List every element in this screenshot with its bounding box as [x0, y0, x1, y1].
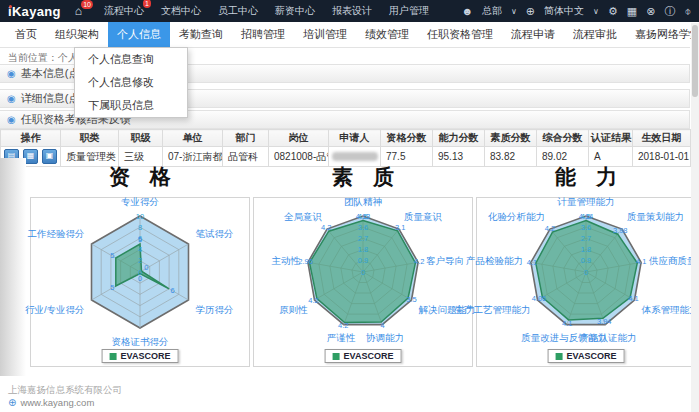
svg-text:协调能力: 协调能力	[366, 332, 404, 343]
svg-text:5: 5	[110, 283, 114, 292]
svg-text:4.14: 4.14	[579, 212, 594, 221]
table-header: 资格分数	[381, 130, 433, 147]
nav-item-招聘管理[interactable]: 招聘管理	[232, 22, 294, 47]
nav-item-嘉扬网络学堂[interactable]: 嘉扬网络学堂	[626, 22, 699, 47]
svg-text:体系管理能力: 体系管理能力	[640, 304, 698, 315]
chart-title: 素质	[253, 161, 473, 197]
footer-site: ⊕ www.kayang.com	[8, 397, 94, 408]
dropdown-item[interactable]: 个人信息修改	[75, 71, 187, 94]
table-header: 综合分数	[537, 130, 589, 147]
svg-text:0.9: 0.9	[581, 256, 591, 265]
vertical-scrollbar[interactable]	[691, 23, 699, 412]
svg-text:4.2: 4.2	[338, 321, 348, 330]
ability-radar-chart: 4.53.62.71.80.904.143.984.14.13.944.14.0…	[477, 200, 695, 350]
svg-text:2: 2	[138, 256, 142, 265]
chart-legend[interactable]: EVASCORE	[325, 349, 402, 363]
svg-text:4.13: 4.13	[356, 212, 371, 221]
svg-text:4.2: 4.2	[545, 224, 555, 233]
chart-panel: 4.53.62.71.80.904.133.14.23.544.24.22.96…	[253, 197, 473, 367]
legend-swatch	[110, 353, 117, 360]
svg-text:笔试得分: 笔试得分	[195, 228, 233, 239]
topbar-menu-item[interactable]: 薪资中心	[275, 4, 315, 18]
qualification-radar-chart: 1086420506055专业得分笔试得分学历得分资格证书得分行业/专业得分工作…	[31, 200, 249, 350]
footer-website-link[interactable]: www.kayang.com	[20, 397, 94, 408]
nav-item-个人信息[interactable]: 个人信息	[108, 22, 170, 47]
svg-text:0: 0	[138, 274, 142, 283]
table-header: 部门	[223, 130, 269, 147]
chart-title: 能力	[476, 161, 696, 197]
dropdown-item[interactable]: 个人信息查询	[75, 48, 187, 71]
language-selector[interactable]: 简体中文	[544, 4, 584, 18]
left-shade	[0, 158, 26, 376]
info-icon[interactable]: ⓘ	[664, 4, 675, 19]
svg-text:2.7: 2.7	[581, 234, 591, 243]
collapse-icon: ◉	[7, 114, 16, 125]
svg-text:产品检验能力: 产品检验能力	[466, 255, 523, 266]
ability-chart-block: 能力 4.53.62.71.80.904.143.984.14.13.944.1…	[476, 161, 696, 367]
chart-legend[interactable]: EVASCORE	[548, 349, 625, 363]
svg-text:3.94: 3.94	[597, 317, 612, 326]
notification-badge: 1	[143, 0, 151, 8]
svg-text:4.2: 4.2	[308, 296, 318, 305]
svg-text:6: 6	[170, 286, 174, 295]
settings-icon[interactable]: ⚙	[608, 5, 618, 18]
user-icon: ☻	[461, 5, 473, 17]
chevron-down-icon: ∨	[593, 7, 599, 16]
table-header: 职类	[61, 130, 119, 147]
nav-item-首页[interactable]: 首页	[6, 22, 46, 47]
chart-title: 资格	[30, 161, 250, 197]
power-icon[interactable]: ⌽	[684, 5, 691, 18]
topbar-menu-item[interactable]: 用户管理	[389, 4, 429, 18]
svg-text:0: 0	[584, 268, 588, 277]
nav-item-绩效管理[interactable]: 绩效管理	[356, 22, 418, 47]
svg-text:学历得分: 学历得分	[195, 304, 233, 315]
nav-item-流程审批[interactable]: 流程审批	[564, 22, 626, 47]
legend-label: EVASCORE	[567, 351, 617, 361]
topbar-menu-item[interactable]: 流程中心1	[104, 4, 144, 18]
nav-item-培训管理[interactable]: 培训管理	[294, 22, 356, 47]
svg-text:团队精神: 团队精神	[344, 196, 382, 207]
scrollbar-thumb[interactable]	[692, 25, 698, 97]
svg-text:4: 4	[380, 321, 384, 330]
collapse-icon: ◉	[7, 68, 16, 79]
chart-legend[interactable]: EVASCORE	[102, 349, 179, 363]
svg-text:0: 0	[144, 263, 148, 272]
svg-text:4.1: 4.1	[562, 319, 572, 328]
svg-text:3.1: 3.1	[395, 223, 405, 232]
home-button[interactable]: ⌂ 10	[75, 4, 82, 18]
topbar-right: ☻ 总部 ∨ ⊕ 简体中文 ∨ ⚙ ▦ ⊗ ⓘ ⌽	[461, 4, 691, 19]
close-session-icon[interactable]: ⊗	[646, 5, 655, 18]
nav-item-任职资格管理[interactable]: 任职资格管理	[418, 22, 502, 47]
quality-radar-chart: 4.53.62.71.80.904.133.14.23.544.24.22.96…	[254, 200, 472, 350]
table-header: 申请人	[329, 130, 381, 147]
svg-text:4.1: 4.1	[527, 258, 537, 267]
svg-text:4.06: 4.06	[532, 294, 547, 303]
svg-text:1.8: 1.8	[581, 245, 591, 254]
table-header: 能力分数	[433, 130, 485, 147]
svg-text:8: 8	[138, 223, 142, 232]
svg-text:生产工艺管理能力: 生产工艺管理能力	[454, 304, 531, 315]
topbar-menu-item[interactable]: 员工中心	[218, 4, 258, 18]
app-logo[interactable]: iKayang	[8, 4, 61, 19]
svg-text:4.2: 4.2	[321, 223, 331, 232]
svg-text:5: 5	[110, 251, 114, 260]
legend-label: EVASCORE	[121, 351, 171, 361]
svg-text:0: 0	[361, 268, 365, 277]
logo-dot-icon	[9, 5, 12, 8]
org-selector[interactable]: 总部	[482, 4, 502, 18]
svg-text:2.96: 2.96	[298, 257, 313, 266]
personal-info-dropdown: 个人信息查询个人信息修改下属职员信息	[74, 47, 188, 118]
dropdown-item[interactable]: 下属职员信息	[75, 94, 187, 117]
nav-item-考勤查询[interactable]: 考勤查询	[170, 22, 232, 47]
table-header: 素质分数	[485, 130, 537, 147]
table-header: 操作	[1, 130, 61, 147]
collapse-icon: ◉	[7, 93, 16, 104]
topbar-menu-item[interactable]: 报表设计	[332, 4, 372, 18]
svg-text:客户导向: 客户导向	[426, 255, 464, 266]
apps-grid-icon[interactable]: ▦	[627, 5, 637, 18]
topbar-menu-item[interactable]: 文档中心	[161, 4, 201, 18]
svg-text:10: 10	[136, 212, 144, 221]
legend-swatch	[556, 353, 563, 360]
nav-item-流程申请[interactable]: 流程申请	[502, 22, 564, 47]
nav-item-组织架构[interactable]: 组织架构	[46, 22, 108, 47]
